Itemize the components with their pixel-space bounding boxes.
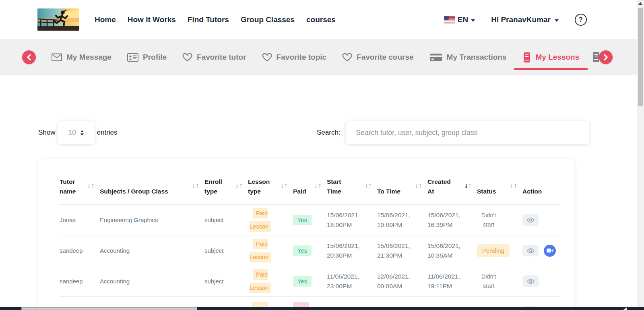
nav-link-group-classes[interactable]: Group Classes	[241, 15, 295, 24]
us-flag-icon	[444, 16, 455, 23]
cell-paid: Yes	[293, 276, 327, 287]
tabs-overflow	[592, 49, 613, 65]
eye-icon	[527, 217, 535, 223]
video-call-button[interactable]	[544, 245, 556, 257]
credit-card-icon	[429, 53, 442, 62]
cell-paid: Yes	[293, 215, 327, 225]
heart-icon	[182, 53, 192, 62]
entries-label: entries	[97, 129, 118, 137]
sort-icon: ↓↑	[364, 182, 372, 190]
col-header-tutor-name[interactable]: Tutor name ↓↑	[60, 159, 100, 204]
lesson-type-badge: Paid Lesson	[250, 269, 271, 293]
dashboard-tabbar: My Message Profile Favorite tutor Favori…	[0, 39, 637, 75]
vertical-scrollbar-track[interactable]	[637, 0, 644, 310]
col-header-enroll-type[interactable]: Enroll type ↓↑	[204, 159, 248, 204]
nav-link-home[interactable]: Home	[95, 15, 116, 24]
cell-enroll-type: subject	[204, 247, 248, 254]
cell-subject: Accounting	[100, 247, 204, 254]
nav-link-find-tutors[interactable]: Find Tutors	[188, 15, 229, 24]
cell-subject: Engineering Graphics	[100, 216, 204, 223]
cell-lesson-type: Paid Lesson	[248, 268, 273, 294]
chevron-down-icon	[471, 19, 475, 22]
show-label: Show	[38, 129, 56, 137]
cell-start-time: 15/06/2021, 20:30PM	[327, 241, 377, 260]
vertical-scrollbar-thumb[interactable]	[638, 8, 643, 106]
chevron-left-icon	[27, 54, 31, 60]
tab-label: My Message	[66, 53, 111, 62]
runner-photo-logo	[37, 8, 79, 31]
navbar-right: EN Hi PranavKumar ?	[444, 14, 587, 26]
book-icon	[522, 52, 531, 62]
col-header-start-time[interactable]: Start Time ↓↑	[327, 159, 377, 204]
tab-favorite-topic[interactable]: Favorite topic	[262, 53, 327, 62]
help-button[interactable]: ?	[575, 14, 587, 26]
tab-my-lessons[interactable]: My Lessons	[522, 52, 580, 62]
nav-link-courses[interactable]: courses	[306, 15, 336, 24]
tab-my-message[interactable]: My Message	[52, 53, 111, 62]
scroll-corner-grip	[623, 307, 627, 310]
tab-label: My Lessons	[536, 53, 580, 62]
search-control: Search:	[317, 121, 589, 144]
tab-label: Favorite tutor	[197, 53, 246, 62]
tabs-scroll-left-button[interactable]	[22, 50, 36, 64]
search-input[interactable]	[346, 121, 589, 144]
cell-actions	[522, 214, 561, 226]
table-row: sandeep Accounting subject Paid Lesson Y…	[60, 235, 561, 266]
col-header-to-time[interactable]: To Time ↓↑	[377, 159, 427, 204]
language-dropdown[interactable]: EN	[444, 15, 475, 24]
eye-icon	[527, 279, 535, 284]
user-greeting: Hi PranavKumar	[491, 15, 551, 24]
cell-status: Pending	[477, 244, 522, 257]
cell-created-at: 15/06/2021, 16:39PM	[427, 210, 477, 229]
col-header-action: Action	[522, 159, 561, 204]
cell-lesson-type: Paid Lesson	[248, 207, 273, 233]
status-text: Didn't start	[477, 211, 500, 229]
view-lesson-button[interactable]	[522, 214, 539, 226]
view-lesson-button[interactable]	[522, 275, 539, 287]
cell-start-time: 11/06/2021, 23:00PM	[327, 272, 377, 291]
nav-link-how-it-works[interactable]: How It Works	[128, 15, 176, 24]
page-size-value: 10	[68, 129, 76, 137]
scroll-up-arrow-icon[interactable]	[638, 2, 642, 5]
cell-created-at: 15/06/2021, 10:35AM	[427, 241, 477, 260]
horizontal-scrollbar-track[interactable]	[0, 307, 644, 310]
language-code: EN	[458, 15, 468, 24]
tab-favorite-tutor[interactable]: Favorite tutor	[182, 53, 246, 62]
col-header-status[interactable]: Status ↓↑	[477, 159, 522, 204]
cell-status: Didn't start	[477, 211, 522, 229]
envelope-icon	[52, 53, 62, 61]
col-header-created-at[interactable]: Created At ↓↑	[427, 159, 477, 204]
tab-label: Favorite topic	[277, 53, 327, 62]
table-row: Jonas Engineering Graphics subject Paid …	[60, 205, 561, 235]
col-header-subjects[interactable]: Subjects / Group Class ↓↑	[100, 159, 204, 204]
paid-badge: Yes	[293, 215, 312, 225]
sort-icon: ↓↑	[235, 182, 242, 190]
col-header-paid[interactable]: Paid ↓↑	[293, 159, 327, 204]
user-dropdown[interactable]: Hi PranavKumar	[491, 15, 559, 24]
lesson-type-badge: Paid Lesson	[250, 239, 271, 262]
page-size-control: Show 10 entries	[38, 121, 118, 144]
site-logo[interactable]	[37, 8, 79, 31]
id-card-icon	[127, 53, 138, 62]
question-mark-icon: ?	[579, 16, 583, 23]
chevron-right-icon	[603, 54, 608, 60]
page-size-select[interactable]: 10	[58, 121, 95, 144]
lesson-type-badge: Paid Lesson	[250, 208, 271, 232]
heart-icon	[262, 53, 272, 62]
tab-label: Favorite course	[357, 53, 414, 62]
cell-enroll-type: subject	[204, 278, 248, 285]
cell-enroll-type: subject	[204, 216, 248, 223]
paid-badge: Yes	[293, 276, 312, 287]
tab-my-transactions[interactable]: My Transactions	[429, 53, 507, 62]
chevron-down-icon	[555, 19, 559, 22]
tab-label: My Transactions	[447, 53, 507, 62]
horizontal-scrollbar-thumb[interactable]	[21, 307, 197, 310]
view-lesson-button[interactable]	[522, 245, 539, 256]
tab-favorite-course[interactable]: Favorite course	[342, 53, 414, 62]
top-navbar: Home How It Works Find Tutors Group Clas…	[0, 0, 637, 39]
sort-icon: ↓↑	[314, 182, 321, 190]
col-header-lesson-type[interactable]: Lesson type ↓↑	[248, 159, 293, 204]
tab-profile[interactable]: Profile	[127, 53, 167, 62]
tabs-scroll-right-button[interactable]	[599, 50, 613, 64]
table-row: sandeep Accounting subject Paid Lesson Y…	[60, 266, 561, 297]
